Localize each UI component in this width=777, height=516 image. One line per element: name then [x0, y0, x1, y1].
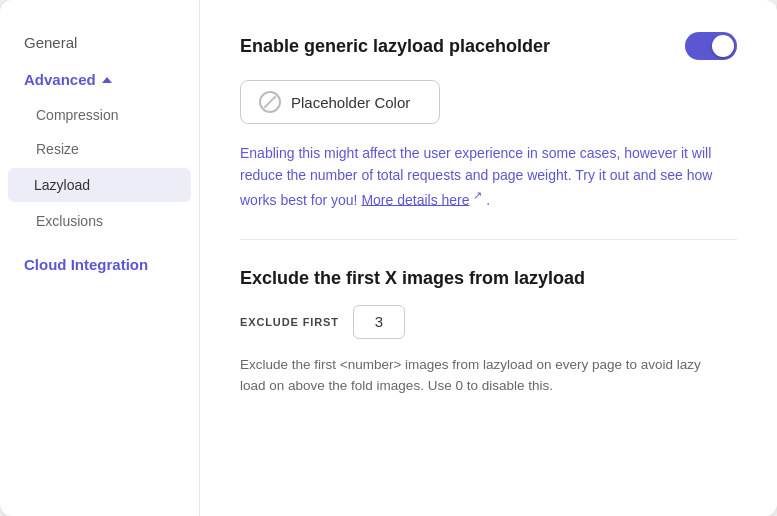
toggle-thumb	[712, 35, 734, 57]
sidebar-item-general[interactable]: General	[0, 24, 199, 61]
sidebar-item-advanced[interactable]: Advanced	[0, 61, 199, 98]
sidebar-subitem-resize[interactable]: Resize	[0, 132, 199, 166]
more-details-link[interactable]: More details here	[361, 191, 469, 207]
lazyload-section-title: Enable generic lazyload placeholder	[240, 36, 550, 57]
main-content: Enable generic lazyload placeholder Plac…	[200, 0, 777, 516]
lazyload-toggle-row: Enable generic lazyload placeholder	[240, 32, 737, 60]
exclude-section-title: Exclude the first X images from lazyload	[240, 268, 737, 289]
sidebar-item-cloud-integration[interactable]: Cloud Integration	[0, 246, 199, 283]
exclude-first-input[interactable]	[353, 305, 405, 339]
placeholder-color-button[interactable]: Placeholder Color	[240, 80, 440, 124]
placeholder-color-label: Placeholder Color	[291, 94, 410, 111]
sidebar-subitem-compression[interactable]: Compression	[0, 98, 199, 132]
exclude-first-label: EXCLUDE FIRST	[240, 316, 339, 328]
color-swatch-icon	[259, 91, 281, 113]
description-end: .	[486, 191, 490, 207]
exclude-description: Exclude the first <number> images from l…	[240, 355, 720, 397]
sidebar: General Advanced Compression Resize Lazy…	[0, 0, 200, 516]
lazyload-description: Enabling this might affect the user expe…	[240, 142, 720, 211]
external-link-icon: ↗	[473, 189, 482, 201]
toggle-track	[685, 32, 737, 60]
section-divider	[240, 239, 737, 240]
chevron-up-icon	[102, 77, 112, 83]
sidebar-subitem-exclusions[interactable]: Exclusions	[0, 204, 199, 238]
exclude-row: EXCLUDE FIRST	[240, 305, 737, 339]
sidebar-subitem-lazyload[interactable]: Lazyload	[8, 168, 191, 202]
lazyload-toggle[interactable]	[685, 32, 737, 60]
settings-card: General Advanced Compression Resize Lazy…	[0, 0, 777, 516]
